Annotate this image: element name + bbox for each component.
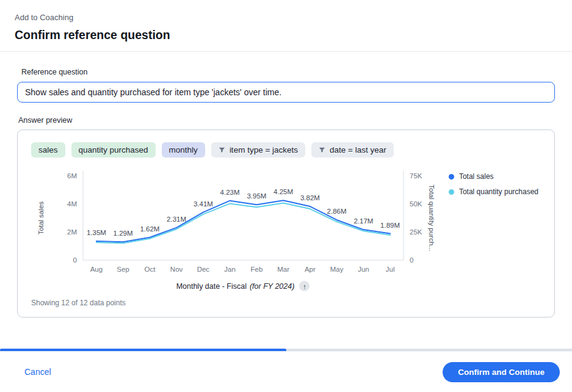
svg-text:Jun: Jun — [358, 266, 369, 273]
dialog-header: Add to Coaching Confirm reference questi… — [0, 0, 572, 51]
svg-text:Feb: Feb — [250, 266, 262, 273]
chart-area: 02M4M6M025K50K75KAugSepOctNovDecJanFebMa… — [31, 167, 541, 291]
x-axis-title-suffix: (for FY 2024) — [250, 282, 294, 291]
legend-dot-cyan — [449, 189, 454, 195]
svg-text:1.62M: 1.62M — [140, 225, 159, 233]
svg-text:1.35M: 1.35M — [87, 229, 106, 236]
svg-text:2M: 2M — [67, 228, 77, 236]
svg-text:Jul: Jul — [386, 266, 395, 273]
svg-text:Aug: Aug — [90, 266, 103, 273]
svg-text:Oct: Oct — [144, 266, 156, 273]
dialog-footer: Cancel Confirm and Continue — [0, 352, 572, 392]
confirm-and-continue-button[interactable]: Confirm and Continue — [443, 362, 560, 382]
cancel-button[interactable]: Cancel — [24, 367, 51, 377]
svg-text:50K: 50K — [410, 200, 422, 208]
answer-preview-label: Answer preview — [18, 116, 555, 125]
svg-text:75K: 75K — [410, 172, 422, 180]
svg-text:2.86M: 2.86M — [327, 208, 347, 215]
filter-icon — [219, 147, 225, 153]
x-axis-title: Monthly date - Fiscal (for FY 2024) ↑ — [41, 281, 445, 291]
svg-text:4M: 4M — [67, 200, 77, 208]
chart-wrap: 02M4M6M025K50K75KAugSepOctNovDecJanFebMa… — [31, 167, 435, 291]
token-label: monthly — [169, 145, 198, 154]
svg-text:3.95M: 3.95M — [247, 192, 266, 200]
svg-text:May: May — [330, 266, 344, 273]
legend-label: Total quantity purchased — [459, 187, 538, 196]
legend-total-sales[interactable]: Total sales — [449, 172, 538, 181]
filter-icon — [319, 147, 325, 153]
svg-text:Dec: Dec — [197, 266, 210, 273]
token-label: item type = jackets — [230, 145, 298, 154]
page-title: Confirm reference question — [15, 28, 557, 42]
legend-dot-blue — [449, 174, 454, 180]
chart-svg[interactable]: 02M4M6M025K50K75KAugSepOctNovDecJanFebMa… — [31, 167, 435, 276]
svg-text:1.89M: 1.89M — [380, 222, 400, 229]
svg-text:Total quantity purch...: Total quantity purch... — [428, 184, 435, 251]
token-list: sales quantity purchased monthly item ty… — [31, 142, 541, 158]
svg-text:Apr: Apr — [305, 266, 316, 273]
token-sales[interactable]: sales — [31, 142, 65, 158]
reference-question-label: Reference question — [21, 68, 555, 76]
svg-text:25K: 25K — [410, 228, 422, 236]
x-axis-title-text: Monthly date - Fiscal — [176, 282, 247, 291]
dialog-body: Reference question Answer preview sales … — [0, 52, 572, 349]
breadcrumb: Add to Coaching — [15, 13, 557, 22]
chart-legend: Total sales Total quantity purchased — [449, 167, 538, 291]
svg-text:4.23M: 4.23M — [220, 189, 240, 196]
svg-text:2.31M: 2.31M — [167, 216, 186, 223]
data-points-count: Showing 12 of 12 data points — [31, 299, 541, 307]
svg-text:Mar: Mar — [277, 266, 289, 273]
filter-date[interactable]: date = last year — [311, 142, 394, 158]
token-label: sales — [38, 145, 58, 154]
token-label: quantity purchased — [79, 145, 148, 154]
svg-text:Total sales: Total sales — [37, 201, 45, 235]
svg-text:4.25M: 4.25M — [273, 188, 293, 195]
token-monthly[interactable]: monthly — [162, 142, 205, 158]
token-quantity-purchased[interactable]: quantity purchased — [71, 142, 156, 158]
svg-text:1.29M: 1.29M — [114, 230, 133, 237]
svg-text:0: 0 — [73, 256, 77, 264]
svg-text:Nov: Nov — [170, 266, 183, 273]
legend-total-quantity-purchased[interactable]: Total quantity purchased — [449, 187, 538, 196]
svg-text:0: 0 — [410, 256, 413, 264]
confirm-reference-dialog: Add to Coaching Confirm reference questi… — [0, 0, 572, 392]
svg-text:6M: 6M — [67, 172, 77, 180]
answer-preview-panel: sales quantity purchased monthly item ty… — [17, 129, 555, 318]
svg-text:3.82M: 3.82M — [300, 194, 320, 201]
svg-text:2.17M: 2.17M — [353, 217, 373, 225]
filter-item-type[interactable]: item type = jackets — [211, 142, 305, 158]
svg-text:Sep: Sep — [117, 266, 129, 273]
reference-question-input[interactable] — [17, 82, 555, 103]
svg-text:Jan: Jan — [224, 266, 236, 273]
svg-text:3.41M: 3.41M — [194, 200, 213, 208]
sort-ascending-icon[interactable]: ↑ — [299, 281, 310, 291]
legend-label: Total sales — [459, 172, 494, 181]
token-label: date = last year — [330, 145, 386, 154]
